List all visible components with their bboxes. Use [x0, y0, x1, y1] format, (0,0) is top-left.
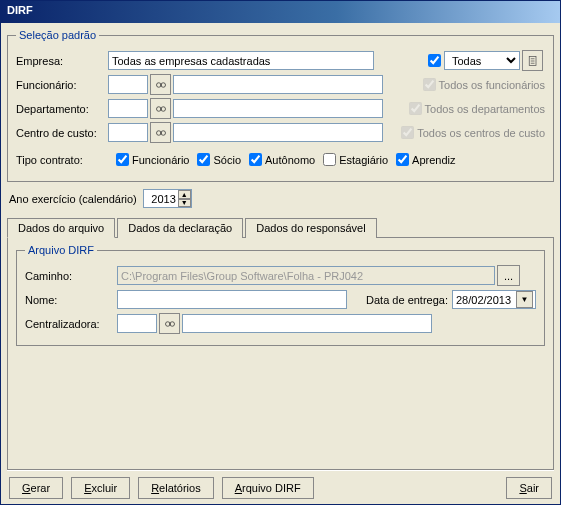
departamento-lookup-button[interactable]	[150, 98, 171, 119]
funcionario-code-input[interactable]	[108, 75, 148, 94]
todos-centros-checkbox-wrap: Todos os centros de custo	[397, 123, 545, 142]
tab-dados-arquivo[interactable]: Dados do arquivo	[7, 218, 115, 238]
departamento-desc-input[interactable]	[173, 99, 383, 118]
svg-point-8	[161, 106, 166, 111]
ano-spin-buttons: ▲ ▼	[178, 190, 191, 207]
excluir-button[interactable]: Excluir	[71, 477, 130, 499]
empresa-picker-button[interactable]	[522, 50, 543, 71]
document-icon	[527, 55, 539, 67]
ano-spin-down[interactable]: ▼	[178, 199, 191, 208]
selecao-padrao-legend: Seleção padrão	[16, 29, 99, 41]
tipo-funcionario-checkbox[interactable]	[116, 153, 129, 166]
window: DIRF Seleção padrão Empresa: Todas	[0, 0, 561, 505]
ano-exercicio-label: Ano exercício (calendário)	[9, 193, 137, 205]
todos-funcionarios-checkbox-wrap: Todos os funcionários	[419, 75, 545, 94]
tab-panel-arquivo: Arquivo DIRF Caminho: ... Nome: Data de …	[7, 238, 554, 470]
ano-input[interactable]	[144, 190, 178, 207]
button-row: Gerar Excluir Relatórios Arquivo DIRF Sa…	[7, 470, 554, 501]
browse-button[interactable]: ...	[497, 265, 520, 286]
binoculars-icon	[155, 79, 167, 91]
centralizadora-label: Centralizadora:	[25, 318, 117, 330]
binoculars-icon	[164, 318, 176, 330]
tipo-contrato-label: Tipo contrato:	[16, 154, 108, 166]
todas-checkbox[interactable]	[428, 54, 441, 67]
row-tipo-contrato: Tipo contrato: Funcionário Sócio Autônom…	[16, 149, 545, 170]
todos-centros-checkbox	[401, 126, 414, 139]
tipo-autonomo-checkbox[interactable]	[249, 153, 262, 166]
centralizadora-code-input[interactable]	[117, 314, 157, 333]
data-entrega-label: Data de entrega:	[366, 294, 448, 306]
binoculars-icon	[155, 127, 167, 139]
tipo-funcionario-label: Funcionário	[132, 154, 189, 166]
row-departamento: Departamento: Todos os departamentos	[16, 98, 545, 119]
funcionario-label: Funcionário:	[16, 79, 108, 91]
arquivo-dirf-legend: Arquivo DIRF	[25, 244, 97, 256]
todos-departamentos-checkbox-wrap: Todos os departamentos	[405, 99, 545, 118]
nome-input[interactable]	[117, 290, 347, 309]
caminho-input	[117, 266, 495, 285]
ano-spin-up[interactable]: ▲	[178, 190, 191, 199]
gerar-button[interactable]: Gerar	[9, 477, 63, 499]
tab-dados-responsavel[interactable]: Dados do responsável	[245, 218, 376, 238]
tipo-socio-checkbox[interactable]	[197, 153, 210, 166]
tipo-funcionario-wrap[interactable]: Funcionário	[112, 150, 189, 169]
selecao-padrao-group: Seleção padrão Empresa: Todas Funcion	[7, 29, 554, 182]
data-entrega-dropdown-button[interactable]: ▼	[516, 291, 533, 308]
svg-point-13	[165, 321, 170, 326]
tipo-socio-wrap[interactable]: Sócio	[193, 150, 241, 169]
tipo-autonomo-label: Autônomo	[265, 154, 315, 166]
svg-point-11	[161, 130, 166, 135]
tipo-estagiario-checkbox[interactable]	[323, 153, 336, 166]
tab-dados-declaracao[interactable]: Dados da declaração	[117, 218, 243, 238]
centro-lookup-button[interactable]	[150, 122, 171, 143]
relatorios-button[interactable]: Relatórios	[138, 477, 214, 499]
empresa-input[interactable]	[108, 51, 374, 70]
tipo-aprendiz-label: Aprendiz	[412, 154, 455, 166]
sair-button[interactable]: Sair	[506, 477, 552, 499]
centro-code-input[interactable]	[108, 123, 148, 142]
tipo-autonomo-wrap[interactable]: Autônomo	[245, 150, 315, 169]
ano-spinner[interactable]: ▲ ▼	[143, 189, 192, 208]
svg-point-5	[161, 82, 166, 87]
svg-point-7	[156, 106, 161, 111]
binoculars-icon	[155, 103, 167, 115]
centralizadora-desc-input[interactable]	[182, 314, 432, 333]
tipo-estagiario-wrap[interactable]: Estagiário	[319, 150, 388, 169]
todos-departamentos-checkbox	[409, 102, 422, 115]
arquivo-dirf-button[interactable]: Arquivo DIRF	[222, 477, 314, 499]
funcionario-desc-input[interactable]	[173, 75, 383, 94]
tipo-estagiario-label: Estagiário	[339, 154, 388, 166]
empresa-label: Empresa:	[16, 55, 108, 67]
todos-funcionarios-label: Todos os funcionários	[439, 79, 545, 91]
centralizadora-lookup-button[interactable]	[159, 313, 180, 334]
nome-label: Nome:	[25, 294, 117, 306]
row-ano-exercicio: Ano exercício (calendário) ▲ ▼	[9, 188, 554, 209]
svg-point-10	[156, 130, 161, 135]
todas-select[interactable]: Todas	[444, 51, 520, 70]
centro-label: Centro de custo:	[16, 127, 108, 139]
todos-funcionarios-checkbox	[423, 78, 436, 91]
data-entrega-picker[interactable]: ▼	[452, 290, 536, 309]
todas-checkbox-wrap[interactable]: Todas	[424, 51, 520, 70]
centro-desc-input[interactable]	[173, 123, 383, 142]
row-nome: Nome: Data de entrega: ▼	[25, 289, 536, 310]
tipo-aprendiz-wrap[interactable]: Aprendiz	[392, 150, 455, 169]
departamento-code-input[interactable]	[108, 99, 148, 118]
svg-point-4	[156, 82, 161, 87]
content-area: Seleção padrão Empresa: Todas Funcion	[1, 23, 560, 505]
tipo-aprendiz-checkbox[interactable]	[396, 153, 409, 166]
funcionario-lookup-button[interactable]	[150, 74, 171, 95]
todos-centros-label: Todos os centros de custo	[417, 127, 545, 139]
titlebar: DIRF	[1, 1, 560, 23]
row-centralizadora: Centralizadora:	[25, 313, 536, 334]
tipo-socio-label: Sócio	[213, 154, 241, 166]
row-empresa: Empresa: Todas	[16, 50, 545, 71]
caminho-label: Caminho:	[25, 270, 117, 282]
data-entrega-input[interactable]	[453, 291, 516, 308]
svg-point-14	[170, 321, 175, 326]
tab-strip: Dados do arquivo Dados da declaração Dad…	[7, 217, 554, 238]
todos-departamentos-label: Todos os departamentos	[425, 103, 545, 115]
row-centro: Centro de custo: Todos os centros de cus…	[16, 122, 545, 143]
departamento-label: Departamento:	[16, 103, 108, 115]
window-title: DIRF	[7, 4, 33, 16]
